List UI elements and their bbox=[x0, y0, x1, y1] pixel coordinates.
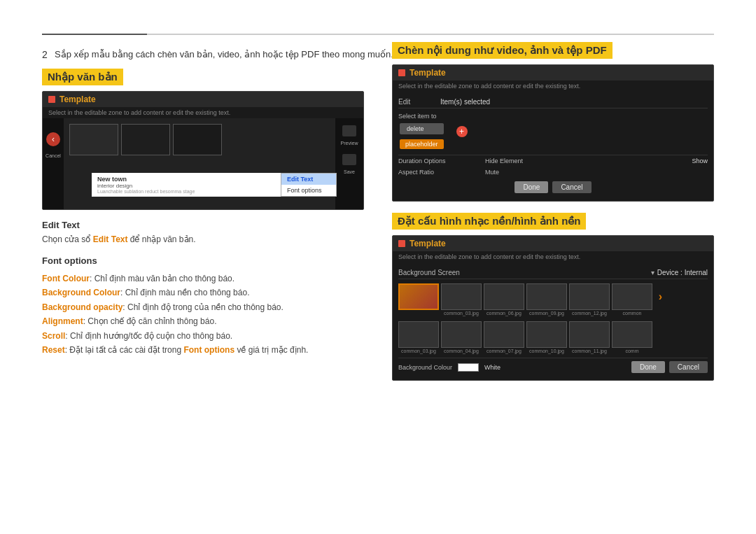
template-left-sidebar: ‹ Cancel bbox=[43, 118, 64, 210]
items-selected: Item(s) selected bbox=[440, 98, 490, 106]
bg-thumb2-3[interactable] bbox=[484, 321, 524, 348]
scroll-desc: : Chỉ định hướng/tốc độ cuộn cho thông b… bbox=[65, 331, 232, 341]
thumb-row bbox=[64, 118, 335, 161]
device-selector[interactable]: ▾ Device : Internal bbox=[651, 269, 708, 276]
bg-thumb2-label-3: common_07.jpg bbox=[484, 349, 524, 353]
font-colour-desc: : Chỉ định màu văn bản cho thông báo. bbox=[90, 274, 234, 283]
edittext-title: Edit Text bbox=[42, 220, 364, 230]
font-item-0: Font Colour: Chỉ định màu văn bản cho th… bbox=[42, 272, 364, 286]
thumb-1 bbox=[69, 124, 118, 155]
font-colour-label: Font Colour bbox=[42, 274, 90, 283]
aspect-row: Aspect Ratio Mute bbox=[398, 167, 708, 178]
bg-thumb2-2[interactable] bbox=[441, 321, 482, 348]
bg-thumb-4[interactable] bbox=[526, 283, 567, 310]
bg-colour-swatch[interactable] bbox=[458, 363, 479, 372]
bg-body: Background Screen ▾ Device : Internal bbox=[393, 262, 713, 380]
bg-thumb-label-2: common_03.jpg bbox=[441, 311, 482, 316]
bg-thumb2-item-4: common_10.jpg bbox=[526, 321, 567, 353]
bg-done-btn[interactable]: Done bbox=[631, 361, 665, 373]
template2-titlebar: Template bbox=[393, 236, 713, 251]
add-btn[interactable]: + bbox=[456, 126, 468, 137]
bg-thumb-6[interactable] bbox=[612, 283, 652, 310]
bg-thumb2-4[interactable] bbox=[526, 321, 567, 348]
bg-thumb2-label-4: common_10.jpg bbox=[526, 349, 567, 353]
font-options-menu-item[interactable]: Font options bbox=[281, 185, 336, 196]
done-btn[interactable]: Done bbox=[514, 181, 548, 193]
aspect-ratio-label: Aspect Ratio bbox=[398, 169, 468, 176]
bg-thumb2-1[interactable] bbox=[398, 321, 439, 348]
bg-opacity-desc: : Chỉ định độ trong của nền cho thông bá… bbox=[122, 302, 283, 312]
cancel-btn[interactable]: Cancel bbox=[552, 181, 591, 193]
font-item-2: Background opacity: Chỉ định độ trong củ… bbox=[42, 300, 364, 314]
bg-thumb-row2: common_03.jpg common_04.jpg common_07.jp… bbox=[398, 320, 708, 358]
bg-cancel-btn[interactable]: Cancel bbox=[669, 361, 708, 373]
left-column: Nhập văn bản Template Select in the edit… bbox=[42, 42, 364, 357]
bg-bottom-bar: Background Colour White Done Cancel bbox=[398, 358, 708, 376]
reset-label: Reset bbox=[42, 345, 65, 355]
edittext-section: Edit Text Chọn cửa sổ Edit Text để nhập … bbox=[42, 220, 364, 246]
bg-thumb-row1: common_03.jpg common_06.jpg common_09.jp… bbox=[398, 279, 708, 320]
thumb-2 bbox=[121, 124, 170, 155]
text-panel-sub: interior design bbox=[97, 183, 295, 189]
edit-text-menu-item[interactable]: Edit Text bbox=[281, 174, 336, 185]
save-label: Save bbox=[344, 169, 355, 174]
bg-thumb2-5[interactable] bbox=[569, 321, 610, 348]
text-panel-scroll: Luanchable sublation reduct besomma stag… bbox=[97, 189, 295, 194]
delete-group: Select item to delete placeholder bbox=[398, 113, 445, 150]
edit-row: Edit Item(s) selected bbox=[398, 96, 708, 108]
alignment-label: Alignment bbox=[42, 316, 83, 326]
bg-colour-desc: : Chỉ định màu nền cho thông báo. bbox=[120, 288, 249, 297]
select-delete-row: Select item to delete placeholder + bbox=[398, 108, 708, 155]
nhap-van-ban-heading: Nhập văn bản bbox=[42, 69, 123, 85]
sidebar-save-icon bbox=[342, 154, 356, 165]
edit-text-popup[interactable]: Edit Text Font options bbox=[281, 173, 337, 197]
template-main-area: New town interior design Luanchable subl… bbox=[64, 118, 335, 210]
bg-thumb2-label-2: common_04.jpg bbox=[441, 349, 482, 353]
bg-top-row: Background Screen ▾ Device : Internal bbox=[398, 267, 708, 279]
bg-thumb-3[interactable] bbox=[484, 283, 524, 310]
template1-icon bbox=[398, 69, 405, 76]
bg-thumb2-label-6: comm bbox=[612, 349, 652, 353]
bg-thumb-2[interactable] bbox=[441, 283, 482, 310]
edittext-desc: Chọn cửa sổ Edit Text để nhập văn bản. bbox=[42, 233, 364, 246]
font-item-3: Alignment: Chọn chế độ căn chỉnh thông b… bbox=[42, 314, 364, 328]
placeholder-btn[interactable]: placeholder bbox=[400, 139, 444, 149]
bg-thumb-item-3: common_06.jpg bbox=[484, 283, 524, 316]
back-nav-btn[interactable]: ‹ bbox=[46, 132, 60, 146]
right-heading1-text: Chèn nội dung như video, ảnh và tệp PDF bbox=[392, 42, 612, 59]
dropdown-arrow-icon: ▾ bbox=[651, 269, 654, 276]
reset-desc: : Đặt lại tất cả các cài đặt trong bbox=[65, 345, 184, 355]
bg-thumb2-item-2: common_04.jpg bbox=[441, 321, 482, 353]
template-titlebar-left: Template bbox=[43, 92, 363, 107]
bg-thumb-selected[interactable] bbox=[398, 283, 439, 310]
template2-title: Template bbox=[410, 239, 446, 248]
bg-thumb-item-5: common_12.jpg bbox=[569, 283, 610, 316]
top-rule-accent bbox=[42, 34, 147, 35]
right-heading2-text: Đặt cấu hình nhạc nền/hình ảnh nền bbox=[392, 213, 586, 230]
font-options-list: Font Colour: Chỉ định màu văn bản cho th… bbox=[42, 272, 364, 357]
hide-element-label: Hide Element bbox=[485, 157, 523, 164]
reset-desc2: về giá trị mặc định. bbox=[234, 345, 308, 355]
template-body-left: ‹ Cancel New town interior design bbox=[43, 118, 363, 210]
bg-thumb2-label-1: common_03.jpg bbox=[398, 349, 439, 353]
template2-icon bbox=[398, 240, 405, 247]
show-label: Show bbox=[692, 157, 708, 164]
template-title-left: Template bbox=[59, 94, 96, 104]
bg-colour-value: White bbox=[484, 364, 500, 371]
template1-title: Template bbox=[410, 68, 446, 78]
bg-thumb2-6[interactable] bbox=[612, 321, 652, 348]
alignment-desc: : Chọn chế độ căn chỉnh thông báo. bbox=[83, 316, 217, 326]
preview-label: Preview bbox=[341, 141, 358, 146]
next-arrow-icon[interactable]: › bbox=[659, 290, 662, 303]
delete-btn[interactable]: delete bbox=[400, 123, 444, 134]
template-subtitle-left: Select in the editable zone to add conte… bbox=[43, 107, 363, 118]
font-item-4: Scroll: Chỉ định hướng/tốc độ cuộn cho t… bbox=[42, 329, 364, 343]
bg-thumb-5[interactable] bbox=[569, 283, 610, 310]
bg-opacity-label: Background opacity bbox=[42, 302, 122, 312]
template1-subtitle: Select in the editable zone to add conte… bbox=[393, 80, 713, 92]
edittext-highlight: Edit Text bbox=[93, 234, 128, 244]
edit-label: Edit bbox=[398, 98, 440, 106]
template-ui-left: Template Select in the editable zone to … bbox=[42, 91, 364, 210]
bg-thumb2-item-1: common_03.jpg bbox=[398, 321, 439, 353]
mute-label: Mute bbox=[485, 169, 499, 176]
